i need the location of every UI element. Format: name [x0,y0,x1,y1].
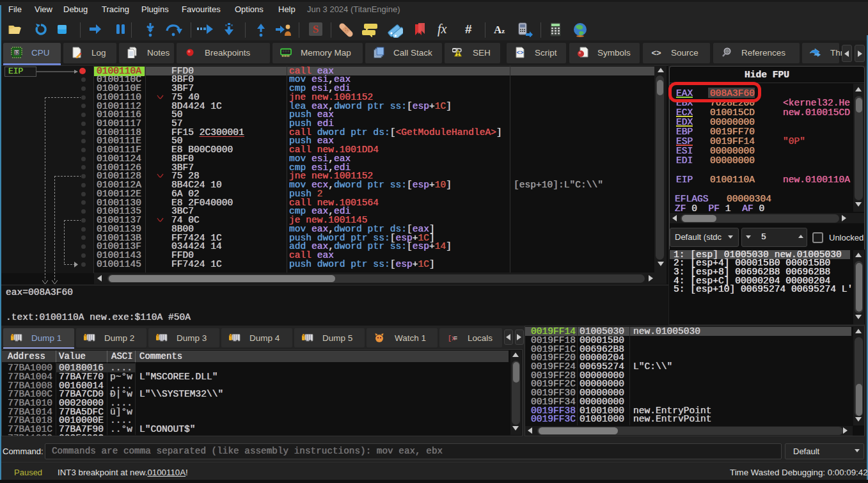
svg-text:<>: <> [517,50,524,56]
svg-text:32: 32 [14,51,19,55]
svg-text:<>: <> [651,48,661,58]
svg-text:=: = [454,335,457,342]
